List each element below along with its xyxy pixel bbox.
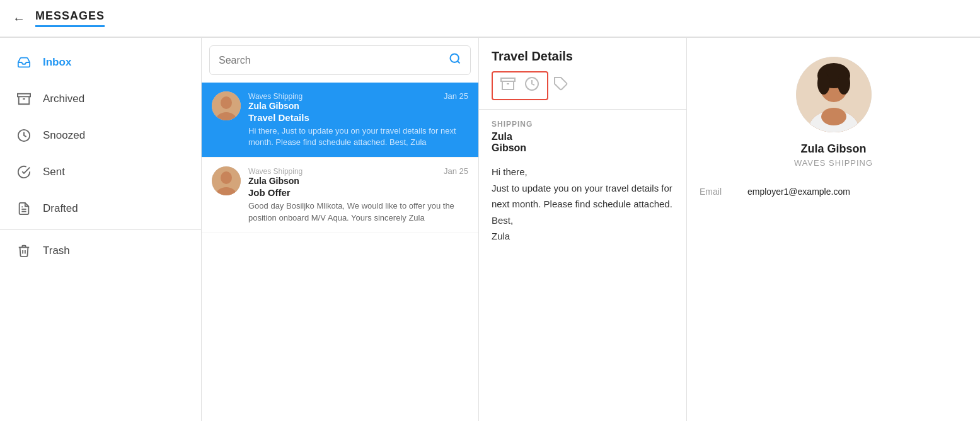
svg-point-21 [817, 72, 830, 95]
svg-point-11 [221, 171, 232, 184]
message-content: Waves Shipping Zula Gibson Jan 25 Job Of… [248, 166, 468, 223]
svg-point-22 [838, 72, 850, 95]
sidebar-item-inbox[interactable]: Inbox [0, 44, 201, 81]
message-preview: Good day Bosiljko Mlikota, We would like… [248, 200, 468, 223]
inbox-icon [15, 55, 33, 69]
back-button[interactable]: ← [13, 11, 25, 26]
message-subject: Job Offer [248, 187, 468, 198]
snoozed-label: Snoozed [43, 129, 85, 142]
detail-body: SHIPPING ZulaGibson Hi there, Just to up… [479, 110, 686, 421]
main-layout: Inbox Archived Snoozed [0, 38, 980, 421]
message-preview: Hi there, Just to update you on your tra… [248, 125, 468, 148]
message-sender: Zula Gibson [248, 101, 303, 111]
trash-label: Trash [43, 245, 70, 257]
sidebar-item-trash[interactable]: Trash [0, 233, 201, 269]
message-content: Waves Shipping Zula Gibson Jan 25 Travel… [248, 91, 468, 148]
svg-point-8 [221, 96, 232, 109]
detail-message-text: Hi there, Just to update you on your tra… [492, 164, 674, 245]
search-icon [449, 52, 461, 68]
detail-header: Travel Details [479, 38, 686, 110]
message-date: Jan 25 [444, 91, 468, 101]
avatar [212, 166, 241, 195]
contact-panel: Zula Gibson WAVES SHIPPING Email employe… [687, 38, 980, 421]
contact-email-label: Email [700, 187, 737, 197]
sidebar-item-archived[interactable]: Archived [0, 81, 201, 117]
svg-point-5 [451, 54, 459, 62]
contact-info: Email employer1@example.com [700, 187, 967, 203]
sidebar-item-sent[interactable]: Sent [0, 154, 201, 190]
search-bar[interactable] [209, 45, 471, 75]
message-subject: Travel Details [248, 112, 468, 123]
app-title: MESSAGES [35, 9, 105, 27]
archived-label: Archived [43, 93, 84, 105]
svg-rect-13 [501, 78, 515, 81]
detail-panel: Travel Details [479, 38, 687, 421]
contact-company: WAVES SHIPPING [794, 158, 873, 168]
detail-from-label: SHIPPING [492, 120, 674, 129]
svg-point-24 [821, 108, 846, 125]
message-meta: Waves Shipping Zula Gibson Jan 25 [248, 166, 468, 186]
message-meta: Waves Shipping Zula Gibson Jan 25 [248, 91, 468, 111]
message-item[interactable]: Waves Shipping Zula Gibson Jan 25 Travel… [202, 83, 478, 158]
sidebar-item-snoozed[interactable]: Snoozed [0, 117, 201, 154]
avatar [212, 91, 241, 120]
contact-avatar [796, 57, 872, 132]
sidebar-item-drafted[interactable]: Drafted [0, 190, 201, 227]
archive-icon [15, 92, 33, 106]
trash-icon [15, 244, 33, 258]
message-list: Waves Shipping Zula Gibson Jan 25 Travel… [202, 83, 478, 421]
archive-action-icon[interactable] [498, 75, 518, 96]
clock-icon [15, 129, 33, 142]
sidebar: Inbox Archived Snoozed [0, 38, 202, 421]
message-item[interactable]: Waves Shipping Zula Gibson Jan 25 Job Of… [202, 158, 478, 233]
svg-rect-0 [18, 94, 30, 97]
detail-actions [492, 71, 674, 100]
contact-email-value: employer1@example.com [747, 187, 850, 197]
message-date: Jan 25 [444, 166, 468, 176]
contact-name: Zula Gibson [800, 142, 866, 156]
action-group-archive-clock [492, 71, 548, 100]
tag-action-icon[interactable] [553, 76, 568, 95]
contact-email-row: Email employer1@example.com [700, 187, 967, 197]
message-sender: Zula Gibson [248, 176, 303, 186]
message-company: Waves Shipping [248, 167, 303, 176]
message-company: Waves Shipping [248, 92, 303, 101]
clock-action-icon[interactable] [522, 75, 542, 96]
svg-line-6 [458, 61, 460, 64]
search-input[interactable] [219, 55, 444, 66]
sidebar-divider [0, 229, 201, 230]
drafted-icon [15, 202, 33, 216]
message-list-panel: Waves Shipping Zula Gibson Jan 25 Travel… [202, 38, 479, 421]
sent-label: Sent [43, 166, 65, 178]
detail-title: Travel Details [492, 49, 674, 64]
app-header: ← MESSAGES [0, 0, 980, 38]
drafted-label: Drafted [43, 202, 78, 215]
inbox-label: Inbox [43, 56, 71, 69]
sent-icon [15, 165, 33, 179]
detail-from-name: ZulaGibson [492, 131, 674, 154]
